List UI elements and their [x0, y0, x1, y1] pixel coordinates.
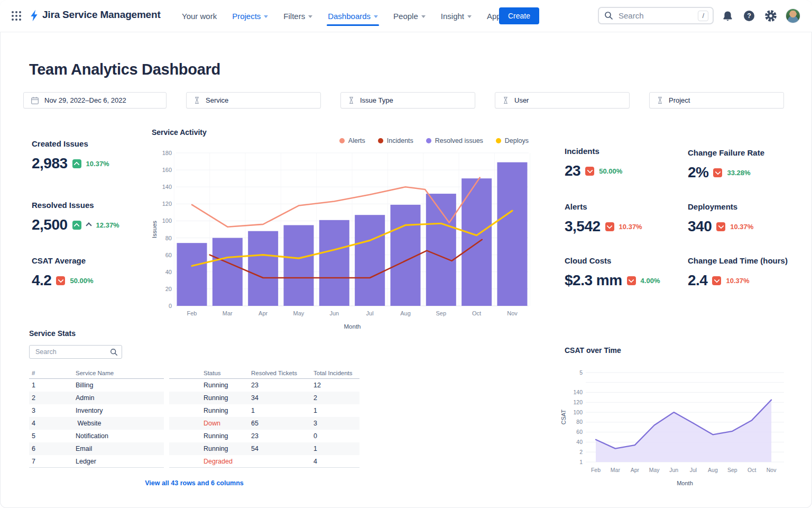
- y-axis-title: CSAT: [560, 409, 567, 424]
- brand-title: Jira Service Management: [42, 9, 161, 21]
- bar-jun: [319, 220, 349, 306]
- help-button[interactable]: ?: [742, 9, 756, 23]
- view-all-link[interactable]: View all 43 rows and 6 columns: [29, 479, 359, 487]
- app-switcher-icon[interactable]: [11, 10, 22, 22]
- cell-resolved-tickets: 34: [251, 392, 259, 404]
- nav-item-your-work[interactable]: Your work: [182, 0, 217, 32]
- column-header: #: [32, 367, 35, 379]
- legend-dot: [378, 138, 383, 143]
- search-icon: [110, 348, 118, 356]
- y-tick-label: 40: [576, 439, 583, 445]
- filter-project[interactable]: Project: [649, 92, 784, 108]
- legend-item-incidents[interactable]: Incidents: [378, 137, 413, 144]
- grid-dots-icon: [11, 10, 22, 22]
- cell-total-incidents: 1: [313, 404, 317, 417]
- table-row-email[interactable]: 6EmailRunning541: [29, 442, 359, 455]
- trend-down-badge: [713, 168, 722, 177]
- nav-item-filters[interactable]: Filters: [283, 0, 312, 32]
- y-tick-label: 40: [165, 269, 172, 275]
- page-title: Team Analytics Dashboard: [29, 61, 220, 78]
- table-row-notification[interactable]: 5NotificationRunning230: [29, 430, 359, 442]
- filter-funnel-icon: [657, 96, 663, 104]
- x-tick-label: Nov: [507, 310, 518, 316]
- trend-down-badge: [716, 222, 725, 231]
- kpi-incidents: Incidents 23 50.00%: [565, 147, 622, 179]
- cell-service-name: Notification: [76, 430, 108, 442]
- global-search: /: [598, 7, 714, 24]
- row-background: [169, 455, 359, 468]
- cell-service-name: Website: [76, 417, 101, 430]
- gear-icon: [764, 10, 777, 22]
- x-tick-label: Jun: [329, 310, 339, 316]
- trend-down-badge: [585, 167, 594, 176]
- nav-item-projects[interactable]: Projects: [232, 0, 268, 32]
- row-background: [29, 392, 164, 404]
- cell-total-incidents: 12: [313, 379, 321, 392]
- table-row-inventory[interactable]: 3InventoryRunning11: [29, 404, 359, 417]
- filter-date-range[interactable]: Nov 29, 2022–Dec 6, 2022: [23, 92, 167, 108]
- user-avatar[interactable]: [786, 9, 800, 23]
- settings-button[interactable]: [764, 9, 778, 23]
- row-background: [169, 404, 359, 417]
- kpi-value: 4.2: [32, 272, 51, 289]
- table-row-billing[interactable]: 1BillingRunning2312: [29, 379, 359, 392]
- table-row-website[interactable]: 4 WebsiteDown653: [29, 417, 359, 430]
- legend-label: Deploys: [505, 137, 529, 144]
- filter-service[interactable]: Service: [186, 92, 321, 108]
- filter-label: Nov 29, 2022–Dec 6, 2022: [44, 96, 126, 104]
- y-tick-label: 100: [162, 217, 172, 224]
- nav-item-insight[interactable]: Insight: [441, 0, 472, 32]
- kpi-percent: 10.37%: [619, 223, 642, 231]
- service-stats-title: Service Stats: [29, 329, 76, 338]
- cell-total-incidents: 2: [313, 392, 317, 404]
- cell-service-name: Ledger: [76, 455, 96, 468]
- kpi-percent: 12.37%: [96, 221, 119, 229]
- cell-service-name: Inventory: [76, 404, 103, 417]
- kpi-percent: 4.00%: [641, 277, 660, 285]
- legend-item-deploys[interactable]: Deploys: [496, 137, 529, 144]
- row-background: [169, 392, 359, 404]
- cell-status: Running: [204, 442, 228, 455]
- filter-user[interactable]: User: [495, 92, 630, 108]
- jira-service-management-dashboard: Jira Service Management Your work Projec…: [0, 0, 812, 508]
- nav-item-dashboards[interactable]: Dashboards: [328, 0, 378, 32]
- legend-item-alerts[interactable]: Alerts: [339, 137, 365, 144]
- kpi-resolved-issues: Resolved Issues 2,500 12.37%: [32, 201, 119, 233]
- y-tick-label: 100: [573, 409, 583, 415]
- bar-may: [283, 225, 313, 306]
- x-tick-label: May: [649, 467, 660, 473]
- cell-status: Running: [204, 392, 228, 404]
- trend-down-badge: [627, 276, 636, 285]
- notifications-button[interactable]: [721, 9, 734, 23]
- table-row-admin[interactable]: 2AdminRunning342: [29, 392, 359, 404]
- kpi-value: 2,983: [32, 155, 68, 172]
- search-input[interactable]: [617, 11, 694, 21]
- nav-item-people[interactable]: People: [393, 0, 426, 32]
- nav-item-label: Insight: [441, 12, 464, 21]
- kpi-label: Cloud Costs: [565, 256, 660, 265]
- y-tick-label: 140: [162, 184, 172, 190]
- filter-issue-type[interactable]: Issue Type: [340, 92, 475, 108]
- create-button[interactable]: Create: [499, 7, 539, 24]
- bar-feb: [177, 243, 207, 306]
- y-tick-label: 180: [162, 150, 172, 156]
- cell-row-number: 6: [32, 442, 35, 455]
- legend-label: Resolved issues: [435, 137, 483, 144]
- column-header: Status: [204, 367, 221, 379]
- y-tick-label: 60: [576, 429, 583, 435]
- table-row-ledger[interactable]: 7LedgerDegraded4: [29, 455, 359, 468]
- cell-row-number: 2: [32, 392, 35, 404]
- table-search-input[interactable]: [34, 348, 110, 356]
- caret-up-icon: [86, 222, 91, 228]
- chevron-down-icon: [308, 15, 312, 18]
- cell-row-number: 4: [32, 417, 35, 430]
- service-stats-table: #Service NameStatusResolved TicketsTotal…: [29, 367, 359, 468]
- x-tick-label: Jun: [669, 467, 678, 473]
- legend-item-resolved-issues[interactable]: Resolved issues: [426, 137, 483, 144]
- y-tick-label: 2: [579, 449, 583, 455]
- y-tick-label: 1: [579, 459, 583, 465]
- kpi-percent: 10.37%: [730, 223, 753, 231]
- cell-status: Running: [204, 379, 228, 392]
- legend-label: Alerts: [348, 137, 365, 144]
- y-tick-label: 80: [165, 235, 172, 241]
